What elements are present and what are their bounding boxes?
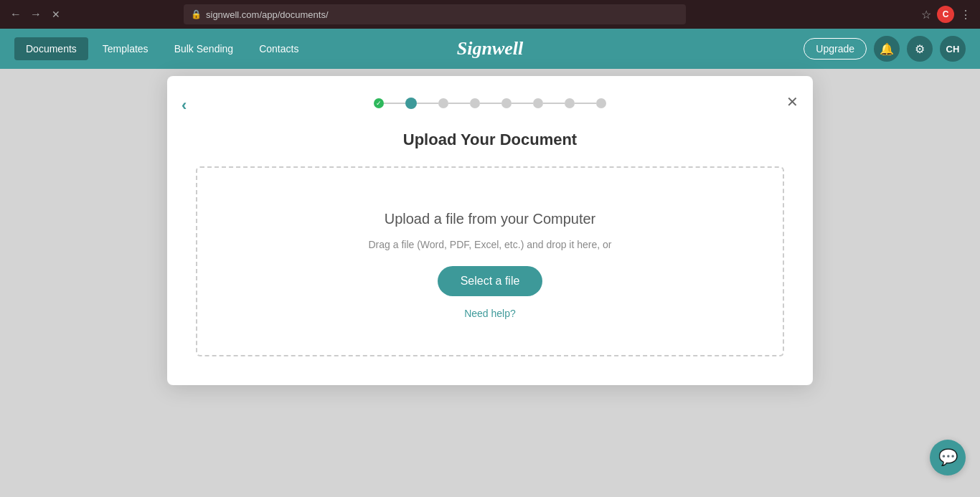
step-5 [501, 98, 512, 108]
reload-button[interactable]: ✕ [49, 7, 63, 22]
nav-right: Upgrade 🔔 ⚙ CH [804, 36, 966, 62]
step-line-4 [480, 103, 501, 104]
modal-close-button[interactable]: ✕ [786, 93, 798, 110]
bookmark-button[interactable]: ☆ [921, 8, 931, 22]
back-button[interactable]: ← [9, 7, 23, 22]
upgrade-button[interactable]: Upgrade [804, 38, 867, 60]
nav-bulk-sending[interactable]: Bulk Sending [163, 37, 245, 60]
step-line-3 [448, 103, 470, 104]
chat-button[interactable]: 💬 [930, 440, 966, 475]
nav-templates[interactable]: Templates [91, 37, 160, 60]
step-3 [438, 98, 448, 108]
modal: ‹ ✕ ✓ [167, 76, 813, 385]
step-line-5 [512, 103, 533, 104]
browser-actions: ☆ C ⋮ [921, 6, 971, 23]
select-file-button[interactable]: Select a file [438, 266, 543, 296]
browser-menu-button[interactable]: ⋮ [960, 8, 971, 22]
navbar: Documents Templates Bulk Sending Contact… [0, 29, 980, 69]
nav-links: Documents Templates Bulk Sending Contact… [14, 37, 310, 60]
app-logo: Signwell [457, 38, 523, 60]
nav-contacts[interactable]: Contacts [248, 37, 310, 60]
page-background: ‹ ✕ ✓ [0, 69, 980, 497]
drop-zone-subtitle: Drag a file (Word, PDF, Excel, etc.) and… [369, 239, 612, 250]
modal-overlay: ‹ ✕ ✓ [0, 69, 980, 497]
browser-profile: C [937, 6, 954, 23]
step-4 [470, 98, 480, 108]
bell-icon: 🔔 [880, 42, 894, 56]
settings-button[interactable]: ⚙ [907, 36, 933, 62]
step-7 [565, 98, 575, 108]
step-line-6 [543, 103, 565, 104]
step-2 [405, 98, 417, 109]
address-bar[interactable]: 🔒 signwell.com/app/documents/ [184, 4, 686, 24]
step-line-2 [417, 103, 438, 104]
step-line-1 [384, 103, 405, 104]
gear-icon: ⚙ [915, 42, 925, 56]
step-6 [533, 98, 543, 108]
progress-stepper: ✓ [196, 98, 784, 109]
step-1: ✓ [374, 98, 384, 108]
need-help-link[interactable]: Need help? [464, 308, 516, 319]
forward-button[interactable]: → [29, 7, 43, 22]
user-avatar[interactable]: CH [940, 36, 966, 62]
browser-chrome: ← → ✕ 🔒 signwell.com/app/documents/ ☆ C … [0, 0, 980, 29]
step-8 [596, 98, 606, 108]
app-area: Documents Templates Bulk Sending Contact… [0, 29, 980, 497]
drop-zone-title: Upload a file from your Computer [385, 211, 596, 227]
modal-back-button[interactable]: ‹ [182, 96, 187, 115]
chat-icon: 💬 [938, 448, 958, 467]
lock-icon: 🔒 [191, 9, 202, 19]
modal-title: Upload Your Document [196, 131, 784, 149]
drop-zone[interactable]: Upload a file from your Computer Drag a … [196, 166, 784, 356]
notifications-button[interactable]: 🔔 [874, 36, 900, 62]
url-text: signwell.com/app/documents/ [206, 9, 329, 20]
nav-documents[interactable]: Documents [14, 37, 88, 60]
step-line-7 [575, 103, 596, 104]
